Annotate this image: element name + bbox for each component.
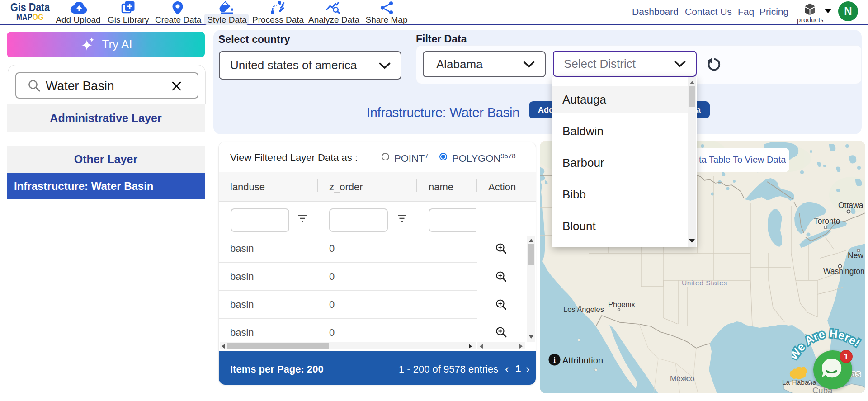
svg-text:Washington: Washington [823,267,865,276]
svg-text:Phoenix: Phoenix [608,300,635,308]
svg-text:México: México [670,374,694,383]
svg-text:New Yor: New Yor [848,251,865,260]
svg-text:Ciudad: Ciudad [775,393,798,393]
svg-text:United States: United States [682,279,727,287]
svg-text:as: as [851,368,861,378]
svg-text:i: i [553,356,556,364]
svg-text:Toronto: Toronto [814,217,840,226]
svg-text:Ottawa: Ottawa [838,201,863,210]
svg-text:Los Angeles: Los Angeles [563,305,604,313]
